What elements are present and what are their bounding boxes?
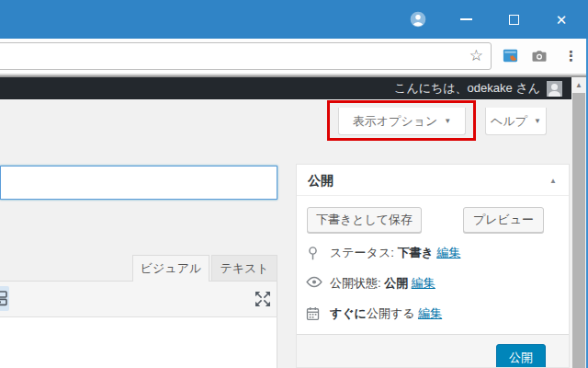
maximize-button[interactable] [503,9,524,29]
save-draft-button[interactable]: 下書きとして保存 [307,207,422,233]
browser-menu-icon[interactable]: ⋮ [564,46,577,66]
toolbar-toggle-icon[interactable] [0,289,7,311]
eye-icon [306,276,322,291]
publish-panel-header[interactable]: 公開 ▲ [297,165,569,196]
camera-icon[interactable] [530,47,548,69]
help-label: ヘルプ [491,113,527,130]
collapse-arrow-icon[interactable]: ▲ [549,177,557,185]
chevron-down-icon: ▼ [534,117,541,125]
edit-schedule-link[interactable]: 編集 [418,306,442,320]
user-avatar[interactable] [547,81,562,97]
browser-profile-icon[interactable] [408,9,428,29]
editor-content-area[interactable] [0,317,277,368]
fullscreen-expand-icon[interactable] [254,290,272,308]
publish-panel-title: 公開 [308,165,334,196]
maximize-icon [509,15,519,25]
schedule-row: すぐに公開する 編集 [297,305,569,323]
annotation-highlight-box [327,100,476,141]
edit-status-link[interactable]: 編集 [436,246,460,259]
minimize-icon [460,18,472,20]
scrollbar[interactable]: ▲ [571,77,586,368]
scrollbar-thumb[interactable] [572,93,585,368]
tab-visual[interactable]: ビジュアル [132,255,209,282]
calendar-icon [306,306,322,321]
profile-icon-svg [409,10,427,29]
screenshot-root: ✕ ☆ ⋮ こんにちは、odekake さん [0,0,588,368]
editor-toolbar [0,281,277,317]
extension-icon[interactable] [502,47,519,68]
titlebar-controls: ✕ [408,0,571,39]
edit-visibility-link[interactable]: 編集 [412,276,435,290]
publish-panel: 公開 ▲ 下書きとして保存 プレビュー ステータス: 下書き 編集 [296,164,570,368]
browser-titlebar: ✕ [0,0,588,39]
publish-button[interactable]: 公開 [496,344,546,368]
address-bar[interactable]: ☆ [0,42,492,70]
status-row: ステータス: 下書き 編集 [297,244,569,262]
help-button[interactable]: ヘルプ ▼ [485,108,547,135]
publishing-actions-footer: 公開 [297,334,569,368]
pin-icon [306,246,322,260]
visibility-row: 公開状態: 公開 編集 [297,274,569,293]
minimize-button[interactable] [456,9,476,29]
browser-toolbar: ☆ ⋮ [0,39,588,74]
tab-text[interactable]: テキスト [211,255,277,281]
wp-admin-bar: こんにちは、odekake さん [0,77,571,99]
preview-button[interactable]: プレビュー [463,207,544,233]
scroll-up-arrow-icon[interactable]: ▲ [571,77,586,93]
post-title-input[interactable] [0,166,277,200]
howdy-greeting[interactable]: こんにちは、odekake さん [394,80,540,97]
bookmark-star-icon[interactable]: ☆ [469,46,483,66]
close-button[interactable]: ✕ [551,9,571,29]
